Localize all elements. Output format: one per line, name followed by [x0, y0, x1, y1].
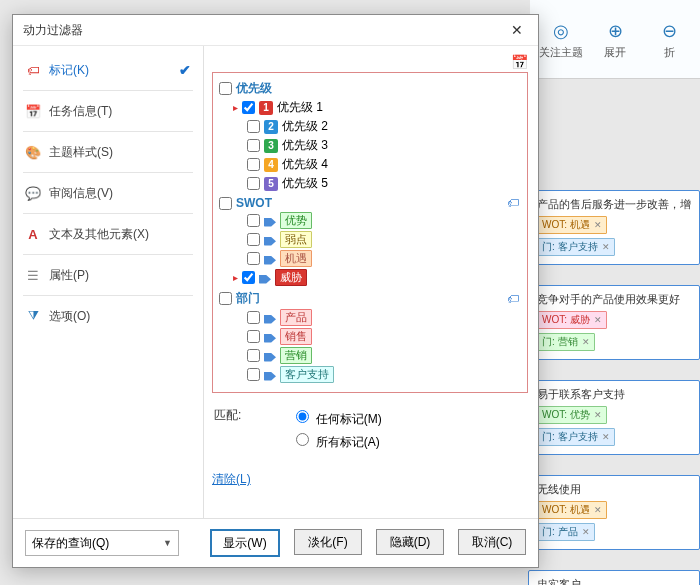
item-checkbox[interactable]	[247, 120, 260, 133]
chevron-down-icon: ▼	[163, 538, 172, 548]
tree-item[interactable]: ▸1优先级 1	[247, 98, 527, 117]
item-checkbox[interactable]	[247, 349, 260, 362]
tree-item[interactable]: 营销	[247, 346, 527, 365]
saved-query-label: 保存的查询(Q)	[32, 535, 109, 552]
tag-swot[interactable]: WOT: 威胁✕	[537, 311, 607, 329]
tree-item[interactable]: 销售	[247, 327, 527, 346]
tag-icon	[264, 350, 276, 362]
item-checkbox[interactable]	[247, 311, 260, 324]
item-label: 优先级 3	[282, 137, 328, 154]
sidebar-item-textelements[interactable]: A 文本及其他元素(X)	[13, 218, 203, 250]
sidebar-item-options[interactable]: ⧩ 选项(O)	[13, 300, 203, 332]
item-checkbox[interactable]	[247, 158, 260, 171]
cancel-button[interactable]: 取消(C)	[458, 529, 526, 555]
item-checkbox[interactable]	[247, 139, 260, 152]
markers-tree-box: 优先级 ▸1优先级 1 2优先级 2 3优先级 3 4优先级 4 5优先级 5	[212, 72, 528, 393]
close-button[interactable]: ✕	[502, 18, 532, 42]
calendar-icon: 📅	[25, 103, 41, 119]
tag-swot[interactable]: WOT: 机遇✕	[537, 216, 607, 234]
tree-item[interactable]: 5优先级 5	[247, 174, 527, 193]
tag-dept[interactable]: 门: 客户支持✕	[537, 238, 615, 256]
item-checkbox[interactable]	[242, 271, 255, 284]
sidebar-item-topicstyle[interactable]: 🎨 主题样式(S)	[13, 136, 203, 168]
ribbon-expand[interactable]: ⊕ 展开	[592, 4, 638, 74]
item-label: 优先级 5	[282, 175, 328, 192]
group-label: SWOT	[236, 196, 272, 210]
group-checkbox[interactable]	[219, 82, 232, 95]
group-swot: SWOT 🏷 优势 弱点 机遇 ▸威胁	[219, 195, 527, 287]
tag-swot[interactable]: WOT: 优势✕	[537, 406, 607, 424]
tag-icon[interactable]: 🏷	[507, 292, 519, 306]
item-label: 优势	[280, 212, 312, 229]
group-checkbox[interactable]	[219, 197, 232, 210]
card[interactable]: 竞争对手的产品使用效果更好 WOT: 威胁✕ 门: 营销✕	[528, 285, 700, 360]
card[interactable]: 易于联系客户支持 WOT: 优势✕ 门: 客户支持✕	[528, 380, 700, 455]
item-checkbox[interactable]	[247, 368, 260, 381]
ribbon-collapse[interactable]: ⊖ 折	[646, 4, 692, 74]
card[interactable]: 产品的售后服务进一步改善，增 WOT: 机遇✕ 门: 客户支持✕	[528, 190, 700, 265]
funnel-icon: ⧩	[25, 308, 41, 324]
ribbon-focus-label: 关注主题	[539, 45, 583, 60]
ribbon: ◎ 关注主题 ⊕ 展开 ⊖ 折	[530, 0, 700, 79]
item-checkbox[interactable]	[247, 252, 260, 265]
tag-icon[interactable]: 🏷	[507, 196, 519, 210]
ribbon-focus-topic[interactable]: ◎ 关注主题	[538, 4, 584, 74]
sidebar-item-label: 主题样式(S)	[49, 144, 113, 161]
item-checkbox[interactable]	[242, 101, 255, 114]
power-filter-dialog: 动力过滤器 ✕ 🏷 标记(K) ✔ 📅 任务信息(T) 🎨 主题样式(S) 💬	[12, 14, 539, 568]
sidebar-item-taskinfo[interactable]: 📅 任务信息(T)	[13, 95, 203, 127]
group-label: 优先级	[236, 80, 272, 97]
tree-item[interactable]: 客户支持	[247, 365, 527, 384]
tree-item[interactable]: 2优先级 2	[247, 117, 527, 136]
priority-1-icon: 1	[259, 101, 273, 115]
show-button[interactable]: 显示(W)	[210, 529, 280, 557]
item-checkbox[interactable]	[247, 330, 260, 343]
group-priority: 优先级 ▸1优先级 1 2优先级 2 3优先级 3 4优先级 4 5优先级 5	[219, 79, 527, 193]
card-title: 易于联系客户支持	[537, 387, 691, 402]
sidebar-item-markers[interactable]: 🏷 标记(K) ✔	[13, 54, 203, 86]
clear-link[interactable]: 清除(L)	[212, 471, 528, 488]
sidebar-item-review[interactable]: 💬 审阅信息(V)	[13, 177, 203, 209]
item-label: 优先级 4	[282, 156, 328, 173]
group-checkbox[interactable]	[219, 292, 232, 305]
add-marker-icon[interactable]: 📅	[511, 54, 528, 70]
tag-dept[interactable]: 门: 产品✕	[537, 523, 595, 541]
ribbon-expand-label: 展开	[604, 45, 626, 60]
tree-item[interactable]: ▸威胁	[247, 268, 527, 287]
sidebar-item-properties[interactable]: ☰ 属性(P)	[13, 259, 203, 291]
radio-any-marker[interactable]: 任何标记(M)	[291, 407, 381, 428]
tag-dept[interactable]: 门: 营销✕	[537, 333, 595, 351]
tree-item[interactable]: 4优先级 4	[247, 155, 527, 174]
item-label: 机遇	[280, 250, 312, 267]
item-checkbox[interactable]	[247, 233, 260, 246]
tag-icon	[264, 234, 276, 246]
tag-dept[interactable]: 门: 客户支持✕	[537, 428, 615, 446]
sidebar-item-label: 审阅信息(V)	[49, 185, 113, 202]
card[interactable]: 忠实客户 WOT: 弱点✕ 门: 销售✕	[528, 570, 700, 585]
item-checkbox[interactable]	[247, 214, 260, 227]
radio-all-markers[interactable]: 所有标记(A)	[291, 430, 381, 451]
tree-item[interactable]: 3优先级 3	[247, 136, 527, 155]
palette-icon: 🎨	[25, 144, 41, 160]
priority-4-icon: 4	[264, 158, 278, 172]
tree-item[interactable]: 优势	[247, 211, 527, 230]
card[interactable]: 无线使用 WOT: 机遇✕ 门: 产品✕	[528, 475, 700, 550]
background-cards: 产品的售后服务进一步改善，增 WOT: 机遇✕ 门: 客户支持✕ 竞争对手的产品…	[528, 190, 700, 585]
tree-item[interactable]: 弱点	[247, 230, 527, 249]
saved-query-combo[interactable]: 保存的查询(Q) ▼	[25, 530, 179, 556]
tree-item[interactable]: 产品	[247, 308, 527, 327]
item-label: 弱点	[280, 231, 312, 248]
card-title: 竞争对手的产品使用效果更好	[537, 292, 691, 307]
fade-button[interactable]: 淡化(F)	[294, 529, 362, 555]
hide-button[interactable]: 隐藏(D)	[376, 529, 444, 555]
item-checkbox[interactable]	[247, 177, 260, 190]
match-label: 匹配:	[214, 407, 241, 424]
expand-icon: ⊕	[603, 19, 627, 43]
properties-icon: ☰	[25, 267, 41, 283]
item-label: 威胁	[275, 269, 307, 286]
dialog-footer: 保存的查询(Q) ▼ 显示(W) 淡化(F) 隐藏(D) 取消(C)	[13, 518, 538, 567]
tag-swot[interactable]: WOT: 机遇✕	[537, 501, 607, 519]
tree-item[interactable]: 机遇	[247, 249, 527, 268]
card-title: 忠实客户	[537, 577, 691, 585]
sidebar-item-label: 文本及其他元素(X)	[49, 226, 149, 243]
